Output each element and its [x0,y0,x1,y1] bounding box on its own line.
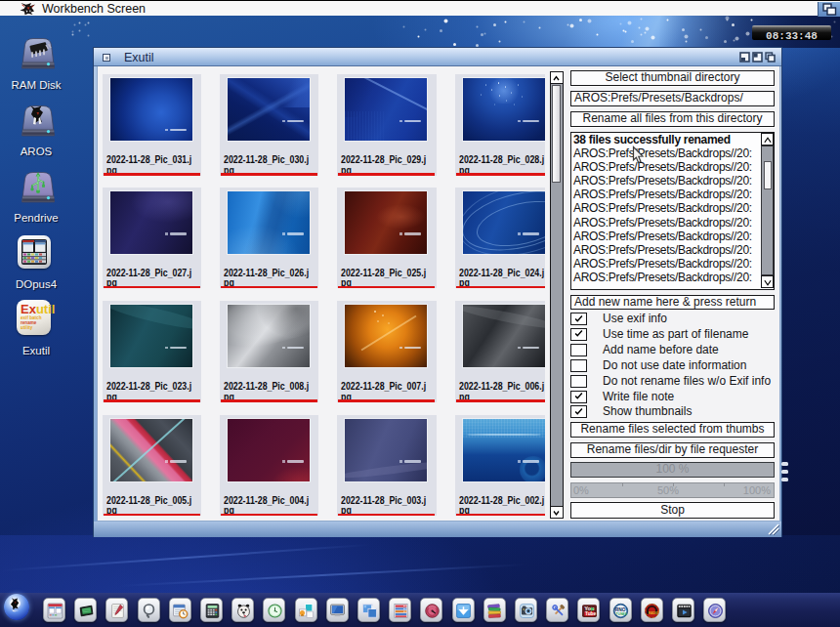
svg-text:RADIO: RADIO [649,611,659,615]
svg-text:TUNES: TUNES [616,612,628,616]
svg-text:utility: utility [21,325,33,330]
svg-text:Tube: Tube [585,610,597,615]
